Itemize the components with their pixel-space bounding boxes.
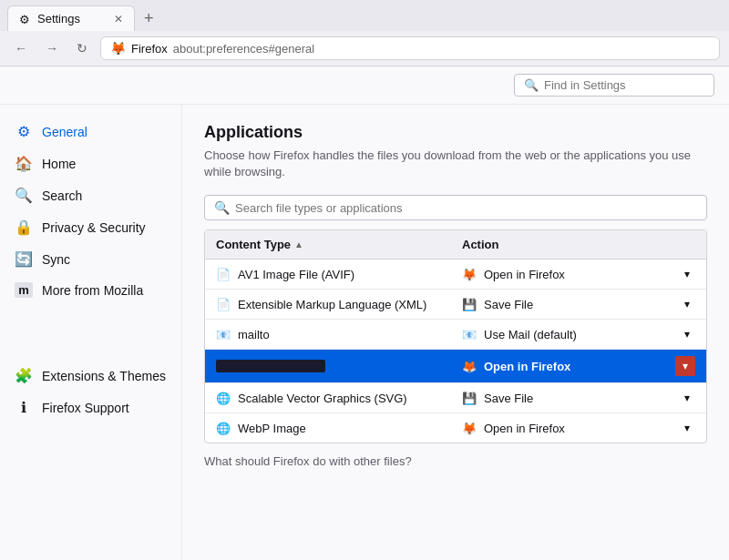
sidebar-item-search-label: Search — [42, 188, 82, 203]
sidebar-item-home-label: Home — [42, 157, 76, 171]
file-type-icon: 📄 — [216, 268, 231, 281]
table-row: 🌐 Scalable Vector Graphics (SVG) 💾 Save … — [205, 383, 706, 413]
file-type-icon — [216, 360, 325, 372]
action-icon: 🦊 — [462, 268, 477, 281]
action-cell: 🦊 Open in Firefox ▾ — [451, 260, 706, 289]
sidebar-item-home[interactable]: 🏠 Home — [0, 148, 181, 179]
file-type-icon: 🌐 — [216, 392, 231, 405]
applications-table: Content Type ▲ Action 📄 AV1 Image File (… — [204, 229, 707, 443]
col-content-type: Content Type ▲ — [205, 230, 451, 259]
action-cell: 💾 Save File ▾ — [451, 383, 706, 412]
sidebar-item-privacy[interactable]: 🔒 Privacy & Security — [0, 211, 181, 243]
search-applications-icon: 🔍 — [214, 200, 230, 215]
find-settings-input[interactable] — [544, 78, 704, 92]
back-button[interactable]: ← — [9, 37, 33, 59]
sidebar: ⚙ General 🏠 Home 🔍 Search 🔒 Privacy & Se… — [0, 105, 182, 560]
action-inner: 📧 Use Mail (default) — [462, 328, 577, 341]
sidebar-item-support-label: Firefox Support — [42, 401, 129, 415]
action-icon: 💾 — [462, 298, 477, 311]
firefox-icon: 🦊 — [110, 41, 126, 56]
settings-tab-label: Settings — [37, 12, 80, 25]
action-dropdown-button[interactable]: ▾ — [679, 266, 695, 282]
table-row: 🌐 WebP Image 🦊 Open in Firefox ▾ — [205, 413, 706, 443]
action-dropdown-button[interactable]: ▾ — [679, 420, 695, 436]
address-bar[interactable]: 🦊 Firefox about:preferences#general — [100, 36, 720, 60]
content-type-cell: 🌐 WebP Image — [205, 415, 451, 442]
gear-icon: ⚙ — [15, 123, 33, 140]
table-row: 📧 mailto 📧 Use Mail (default) ▾ — [205, 320, 706, 350]
action-cell: 💾 Save File ▾ — [451, 290, 706, 319]
settings-tab[interactable]: ⚙ Settings ✕ — [7, 5, 135, 31]
sidebar-item-mozilla-label: More from Mozilla — [42, 283, 143, 298]
refresh-button[interactable]: ↻ — [71, 37, 93, 59]
col-action: Action — [451, 230, 706, 259]
action-cell: 📧 Use Mail (default) ▾ — [451, 320, 706, 349]
sidebar-item-general[interactable]: ⚙ General — [0, 116, 181, 148]
search-applications-wrapper: 🔍 — [204, 195, 707, 220]
sidebar-item-support[interactable]: ℹ Firefox Support — [0, 392, 181, 423]
site-name: Firefox — [131, 42, 168, 56]
action-inner: 💾 Save File — [462, 392, 533, 405]
sidebar-item-extensions-label: Extensions & Themes — [42, 369, 166, 383]
action-cell: 🦊 Open in Firefox ▾ — [451, 350, 706, 382]
settings-tab-icon: ⚙ — [19, 13, 32, 25]
main-content: Applications Choose how Firefox handles … — [182, 105, 729, 560]
sidebar-item-general-label: General — [42, 125, 87, 139]
lock-icon: 🔒 — [15, 219, 33, 236]
content-type-cell — [205, 353, 451, 379]
action-dropdown-button-selected[interactable]: ▾ — [675, 356, 695, 376]
search-icon: 🔍 — [524, 78, 539, 92]
search-applications-input[interactable] — [235, 201, 697, 215]
sidebar-item-extensions[interactable]: 🧩 Extensions & Themes — [0, 360, 181, 392]
action-dropdown-button[interactable]: ▾ — [679, 390, 695, 406]
find-bar: 🔍 — [0, 66, 729, 105]
action-dropdown-button[interactable]: ▾ — [679, 296, 695, 312]
table-row: 📄 Extensible Markup Language (XML) 💾 Sav… — [205, 290, 706, 320]
table-header: Content Type ▲ Action — [205, 230, 706, 260]
new-tab-button[interactable]: + — [139, 7, 159, 30]
content-type-cell: 📄 Extensible Markup Language (XML) — [205, 291, 451, 318]
page-description: Choose how Firefox handles the files you… — [204, 148, 707, 180]
action-inner: 🦊 Open in Firefox — [462, 422, 565, 435]
action-inner: 🦊 Open in Firefox — [462, 360, 570, 373]
sync-icon: 🔄 — [15, 250, 33, 268]
file-type-icon: 📄 — [216, 298, 231, 311]
action-icon: 💾 — [462, 392, 477, 405]
action-dropdown-button[interactable]: ▾ — [679, 326, 695, 342]
support-icon: ℹ — [15, 399, 33, 416]
action-cell: 🦊 Open in Firefox ▾ — [451, 413, 706, 443]
action-icon: 📧 — [462, 328, 477, 341]
sidebar-item-search[interactable]: 🔍 Search — [0, 179, 181, 211]
sidebar-item-mozilla[interactable]: m More from Mozilla — [0, 275, 181, 305]
page-title: Applications — [204, 123, 707, 142]
table-row-selected[interactable]: 🦊 Open in Firefox ▾ — [205, 350, 706, 383]
file-type-icon: 📧 — [216, 328, 231, 341]
search-icon: 🔍 — [15, 187, 33, 204]
action-icon: 🦊 — [462, 422, 477, 435]
home-icon: 🏠 — [15, 155, 33, 172]
table-row: 📄 AV1 Image File (AVIF) 🦊 Open in Firefo… — [205, 260, 706, 290]
main-layout: ⚙ General 🏠 Home 🔍 Search 🔒 Privacy & Se… — [0, 105, 729, 560]
content-type-cell: 📧 mailto — [205, 321, 451, 348]
sidebar-item-privacy-label: Privacy & Security — [42, 220, 146, 235]
action-icon: 🦊 — [462, 360, 477, 373]
mozilla-icon: m — [15, 282, 33, 298]
sidebar-item-sync[interactable]: 🔄 Sync — [0, 243, 181, 275]
address-url: about:preferences#general — [173, 42, 314, 56]
extensions-icon: 🧩 — [15, 367, 33, 384]
content-type-cell: 📄 AV1 Image File (AVIF) — [205, 261, 451, 288]
find-input-wrapper: 🔍 — [514, 74, 714, 97]
action-inner: 💾 Save File — [462, 298, 533, 311]
sort-arrow-icon: ▲ — [294, 239, 303, 249]
forward-button[interactable]: → — [40, 37, 64, 59]
footer-text: What should Firefox do with other files? — [204, 454, 707, 468]
sidebar-item-sync-label: Sync — [42, 252, 70, 267]
file-type-icon: 🌐 — [216, 422, 231, 435]
content-type-cell: 🌐 Scalable Vector Graphics (SVG) — [205, 385, 451, 412]
action-inner: 🦊 Open in Firefox — [462, 268, 565, 281]
tab-close-button[interactable]: ✕ — [114, 13, 123, 25]
